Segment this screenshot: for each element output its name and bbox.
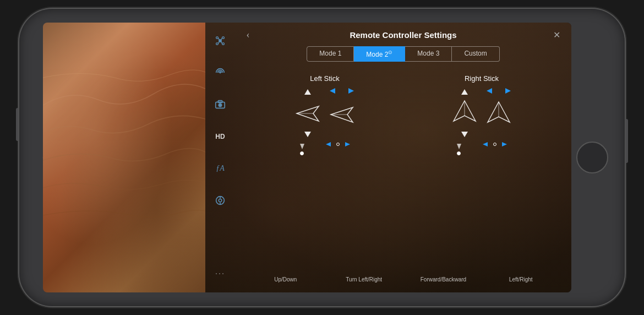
up-arrow-left [303,88,312,96]
phone-shell: HD ƒA ··· [19,9,625,306]
terrain-svg [43,23,205,292]
svg-marker-18 [304,89,311,95]
up-arrow-right [460,88,469,96]
drone-icon[interactable] [210,31,230,51]
svg-marker-33 [487,88,492,94]
hd-label[interactable]: HD [210,127,230,146]
close-button[interactable]: ✕ [547,30,560,40]
tab-custom[interactable]: Custom [452,46,499,62]
page-title: Remote Controller Settings [260,30,547,40]
tab-mode1[interactable]: Mode 1 [307,46,354,62]
more-icon[interactable]: ··· [210,264,230,284]
function-labels-row: Up/Down Turn Left/Right Forward/Backward… [247,276,560,287]
svg-marker-26 [300,144,304,149]
svg-point-15 [219,199,222,202]
blue-right-small-r [501,142,507,147]
blue-left-arrow [329,87,336,95]
svg-marker-32 [461,132,468,137]
label-updown: Up/Down [264,276,308,283]
aerial-photo-panel [43,23,205,292]
svg-point-13 [220,105,221,106]
screen: HD ƒA ··· [43,23,571,292]
auto-icon[interactable]: ƒA [210,159,230,178]
left-stick-updown-svg [294,98,321,128]
svg-marker-21 [304,132,311,137]
svg-point-0 [216,37,219,39]
svg-point-3 [222,43,225,45]
left-stick-label: Left Stick [310,74,339,83]
blue-left-right-r [504,87,512,95]
sticks-area: Left Stick [247,72,560,273]
header: ‹ Remote Controller Settings ✕ [247,29,560,41]
svg-marker-23 [348,88,354,94]
svg-marker-39 [502,142,507,146]
right-stick-fwd-svg [451,98,478,128]
signal-icon[interactable] [210,63,230,83]
home-button[interactable] [576,142,608,173]
right-stick-lr-svg [485,99,512,129]
circle-dot-lr [493,143,496,146]
svg-rect-11 [218,101,222,103]
center-dot-fwd [457,151,461,155]
shutter-icon[interactable] [210,191,230,210]
circle-dot-turn [336,143,340,146]
right-stick-section: Right Stick [446,74,517,155]
label-leftright: Left/Right [499,276,543,283]
svg-point-1 [222,37,225,39]
left-stick-section: Left Stick [289,74,361,155]
down-arrow-right [460,131,469,138]
svg-point-2 [216,43,219,45]
svg-marker-22 [330,88,335,94]
right-stick-label: Right Stick [465,74,499,83]
down-indicator-fwd [456,142,462,150]
blue-right-arrow [347,87,355,95]
center-dot-updown [300,151,304,155]
blue-left-small-r [482,142,489,147]
svg-marker-28 [345,142,350,146]
left-stick-diagrams [294,87,356,139]
label-turnlr: Turn Left/Right [342,276,386,283]
blue-right-small [344,142,351,147]
main-content: ‹ Remote Controller Settings ✕ Mode 1 Mo… [236,23,571,292]
back-button[interactable]: ‹ [247,29,260,41]
mode-tabs: Mode 1 Mode 2⊙ Mode 3 Custom [247,46,560,62]
camera-settings-icon[interactable] [210,95,230,115]
svg-marker-29 [461,89,468,95]
label-fwdbwd: Forward/Backward [421,276,465,283]
right-stick-diagrams [451,87,512,139]
blue-left-right-l [485,87,493,95]
tab-mode2[interactable]: Mode 2⊙ [354,46,405,62]
settings-panel: HD ƒA ··· [205,23,571,292]
svg-rect-8 [219,39,222,42]
svg-marker-37 [457,144,461,149]
tab-mode3[interactable]: Mode 3 [405,46,452,62]
svg-marker-38 [483,142,488,146]
left-stick-turn-svg [328,99,356,129]
down-indicator-updown [299,142,305,150]
down-arrow-left [303,131,312,138]
svg-marker-34 [505,88,511,94]
svg-point-9 [220,72,221,74]
blue-left-small [325,142,332,147]
sidebar: HD ƒA ··· [205,23,236,292]
svg-marker-27 [326,142,331,146]
